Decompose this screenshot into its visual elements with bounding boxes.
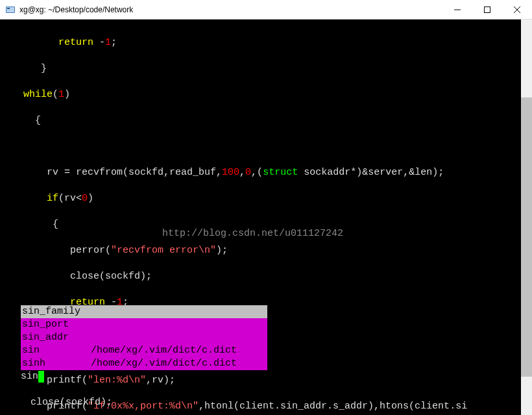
window-title: xg@xg: ~/Desktop/code/Network [19, 5, 442, 14]
vim-statusbar: -- Keyword completion (^N^P) match 1 of … [0, 402, 532, 415]
completion-item[interactable]: sin_port [21, 318, 267, 331]
scrollbar-track[interactable] [521, 19, 532, 415]
maximize-button[interactable] [472, 0, 502, 19]
cursor [38, 371, 44, 383]
completion-item[interactable]: sinh/home/xg/.vim/dict/c.dict [21, 357, 267, 370]
minimize-button[interactable] [442, 0, 472, 19]
svg-rect-2 [7, 8, 10, 9]
completion-item[interactable]: sin/home/xg/.vim/dict/c.dict [21, 344, 267, 357]
terminal-area[interactable]: return -1; } while(1) { rv = recvfrom(so… [0, 19, 532, 415]
typed-input-line[interactable]: sin [21, 370, 44, 383]
close-button[interactable] [502, 0, 532, 19]
svg-rect-4 [485, 6, 490, 12]
window-titlebar: xg@xg: ~/Desktop/code/Network [0, 0, 532, 19]
completion-popup[interactable]: sin_familysin_portsin_addrsin/home/xg/.v… [21, 305, 267, 370]
window-controls [442, 0, 532, 19]
completion-item[interactable]: sin_addr [21, 331, 267, 344]
completion-item[interactable]: sin_family [21, 305, 267, 318]
scrollbar-thumb[interactable] [521, 97, 532, 377]
app-icon [5, 5, 16, 15]
